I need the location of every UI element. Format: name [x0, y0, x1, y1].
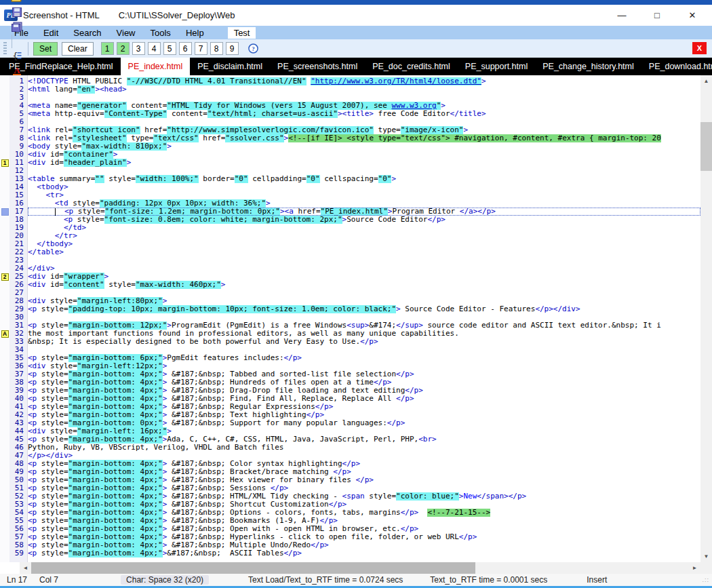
- bookmark-marker-2[interactable]: 2: [1, 273, 9, 281]
- code-line-38[interactable]: 38<p style="margin-bottom: 4px;"> &#187;…: [0, 378, 700, 387]
- horizontal-scroll-track[interactable]: [475, 562, 689, 574]
- code-line-25[interactable]: 225<div id="wrapper">: [0, 273, 700, 281]
- code-line-2[interactable]: 2<html lang="en"><head>: [0, 85, 700, 94]
- code-line-41[interactable]: 41<p style="margin-bottom: 4px;"> &#187;…: [0, 403, 700, 411]
- code-line-16[interactable]: 16 <td style="padding: 12px 0px 10px; wi…: [0, 199, 700, 208]
- code-line-59[interactable]: 59<p style="margin-bottom: 4px;">&#187;&…: [0, 549, 700, 557]
- code-line-24[interactable]: 24</div>: [0, 264, 700, 273]
- tab-PE_disclaim.html[interactable]: PE_disclaim.html: [190, 58, 270, 75]
- code-line-22[interactable]: 22</table>: [0, 248, 700, 256]
- code-line-9[interactable]: 9<body style="max-width: 810px;">: [0, 142, 700, 151]
- tab-PE_support.html[interactable]: PE_support.html: [458, 58, 535, 75]
- save-button[interactable]: [9, 5, 25, 20]
- vertical-scroll-track[interactable]: [700, 87, 712, 551]
- code-line-42[interactable]: 42<p style="margin-bottom: 4px;"> &#187;…: [0, 411, 700, 419]
- set-button[interactable]: Set: [33, 42, 58, 56]
- code-line-44[interactable]: 44<div style="margin-left: 16px;">: [0, 427, 700, 435]
- tab-PE_index.html[interactable]: PE_index.html: [121, 58, 191, 75]
- code-line-8[interactable]: 8<link rel="stylesheet" type="text/css" …: [0, 134, 700, 142]
- menu-item-edit[interactable]: Edit: [36, 27, 66, 39]
- code-line-54[interactable]: 54<p style="margin-bottom: 4px;"> &#187;…: [0, 509, 700, 517]
- code-line-33[interactable]: 33&nbsp; It is especially designed to be…: [0, 338, 700, 346]
- bookmark-button-4[interactable]: 4: [148, 42, 161, 55]
- scroll-left-arrow-icon[interactable]: ◄: [20, 562, 31, 574]
- code-line-58[interactable]: 58<p style="margin-bottom: 4px;"> &#187;…: [0, 541, 700, 549]
- code-line-26[interactable]: 26<div id="content" style="max-width: 46…: [0, 281, 700, 289]
- horizontal-scroll-thumb[interactable]: [31, 562, 475, 574]
- menu-item-test[interactable]: Test: [228, 27, 256, 39]
- menu-item-search[interactable]: Search: [66, 27, 108, 39]
- code-line-39[interactable]: 39<p style="margin-bottom: 4px;"> &#187;…: [0, 387, 700, 395]
- bookmark-button-8[interactable]: 8: [210, 42, 223, 55]
- menu-item-view[interactable]: View: [109, 27, 143, 39]
- bookmark-marker-1[interactable]: 1: [1, 159, 9, 167]
- code-line-35[interactable]: 35<p style="margin-bottom: 6px;">PgmEdit…: [0, 354, 700, 362]
- tab-PE_change_history.html[interactable]: PE_change_history.html: [535, 58, 641, 75]
- bookmark-marker-A[interactable]: A: [1, 330, 9, 338]
- code-line-31[interactable]: 31<p style="margin-bottom: 12px;">Progra…: [0, 321, 700, 330]
- code-line-45[interactable]: 45<p style="margin-bottom: 4px;">Ada, C,…: [0, 435, 700, 444]
- code-line-12[interactable]: 12: [0, 167, 700, 175]
- bookmark-button-6[interactable]: 6: [179, 42, 192, 55]
- code-line-7[interactable]: 7<link rel="shortcut icon" href="http://…: [0, 126, 700, 134]
- menu-item-tools[interactable]: Tools: [143, 27, 178, 39]
- code-line-3[interactable]: 3: [0, 94, 700, 102]
- bookmark-button-9[interactable]: 9: [226, 42, 239, 55]
- code-line-13[interactable]: 13<table summary="" style="width: 100%;"…: [0, 175, 700, 183]
- code-line-47[interactable]: 47</p></div>: [0, 452, 700, 460]
- close-button[interactable]: ✕: [686, 10, 698, 20]
- code-line-10[interactable]: 10<div id="container">: [0, 151, 700, 159]
- code-line-37[interactable]: 37<p style="margin-bottom: 4px;"> &#187;…: [0, 370, 700, 378]
- tab-PE_download.html[interactable]: PE_download.html: [641, 58, 712, 75]
- code-line-21[interactable]: 21 </tbody>: [0, 240, 700, 248]
- code-line-53[interactable]: 53<p style="margin-bottom: 4px;"> &#187;…: [0, 501, 700, 509]
- code-line-15[interactable]: 15 <tr>: [0, 191, 700, 199]
- code-line-28[interactable]: 28<div style="margin-left:80px;">: [0, 297, 700, 305]
- tab-PE_doc_credits.html[interactable]: PE_doc_credits.html: [365, 58, 458, 75]
- scroll-up-arrow-icon[interactable]: ▲: [700, 75, 712, 87]
- clear-button[interactable]: Clear: [62, 42, 94, 56]
- code-line-50[interactable]: 50<p style="margin-bottom: 4px;"> &#187;…: [0, 476, 700, 484]
- help-button[interactable]: ?: [245, 41, 262, 56]
- horizontal-scrollbar[interactable]: ◄ ►: [0, 562, 712, 574]
- code-line-14[interactable]: 14 <tbody>: [0, 183, 700, 191]
- bookmark-button-2[interactable]: 2: [117, 42, 130, 55]
- save-all-button[interactable]: [9, 20, 25, 35]
- tab-PE_screenshots.html[interactable]: PE_screenshots.html: [270, 58, 365, 75]
- code-line-49[interactable]: 49<p style="margin-bottom: 4px;"> &#187;…: [0, 468, 700, 476]
- toolbar-close-x-button[interactable]: X: [692, 42, 707, 54]
- code-line-34[interactable]: 34: [0, 346, 700, 354]
- menu-item-help[interactable]: Help: [178, 27, 212, 39]
- indent-format-button[interactable]: {: [9, 48, 25, 63]
- resize-grip[interactable]: .::: [702, 576, 709, 583]
- code-line-56[interactable]: 56<p style="margin-bottom: 4px;"> &#187;…: [0, 525, 700, 533]
- minimize-button[interactable]: —: [616, 10, 628, 20]
- bookmark-button-1[interactable]: 1: [101, 42, 114, 55]
- vertical-scroll-thumb[interactable]: [700, 122, 712, 171]
- maximize-button[interactable]: □: [651, 10, 663, 20]
- code-line-1[interactable]: 1<!DOCTYPE HTML PUBLIC "-//W3C//DTD HTML…: [0, 77, 700, 85]
- scroll-down-arrow-icon[interactable]: ▼: [700, 551, 712, 562]
- code-line-6[interactable]: 6: [0, 118, 700, 126]
- code-line-48[interactable]: 48<p style="margin-bottom: 4px;"> &#187;…: [0, 460, 700, 468]
- bookmark-button-3[interactable]: 3: [132, 42, 145, 55]
- code-line-57[interactable]: 57<p style="margin-bottom: 4px;"> &#187;…: [0, 533, 700, 541]
- code-line-36[interactable]: 36<div style="margin-left:12px;">: [0, 362, 700, 370]
- code-line-23[interactable]: 23: [0, 256, 700, 264]
- code-line-32[interactable]: A32the most important functions found in…: [0, 330, 700, 338]
- code-line-27[interactable]: 27: [0, 289, 700, 297]
- code-line-43[interactable]: 43<p style="margin-bottom: 0px;"> &#187;…: [0, 419, 700, 427]
- code-line-17[interactable]: 17 <p style="font-size: 1.2em; margin-bo…: [0, 208, 700, 216]
- code-line-40[interactable]: 40<p style="margin-bottom: 4px;"> &#187;…: [0, 395, 700, 403]
- toolbar-grip-handle[interactable]: [3, 42, 7, 56]
- vertical-scrollbar[interactable]: ▲ ▼: [700, 75, 712, 562]
- code-line-55[interactable]: 55<p style="margin-bottom: 4px;"> &#187;…: [0, 517, 700, 525]
- code-line-18[interactable]: 18 <p style="font-size: 0.8em; color: wh…: [0, 216, 700, 224]
- code-editor[interactable]: 1<!DOCTYPE HTML PUBLIC "-//W3C//DTD HTML…: [0, 75, 700, 562]
- code-line-30[interactable]: 30: [0, 313, 700, 321]
- code-line-11[interactable]: 111<div id="header_plain">: [0, 159, 700, 167]
- bookmark-button-7[interactable]: 7: [195, 42, 207, 55]
- code-line-29[interactable]: 29<p style="padding-top: 10px; margin-bo…: [0, 305, 700, 313]
- code-line-51[interactable]: 51<p style="margin-bottom: 4px;"> &#187;…: [0, 484, 700, 492]
- code-line-20[interactable]: 20 </tr>: [0, 232, 700, 240]
